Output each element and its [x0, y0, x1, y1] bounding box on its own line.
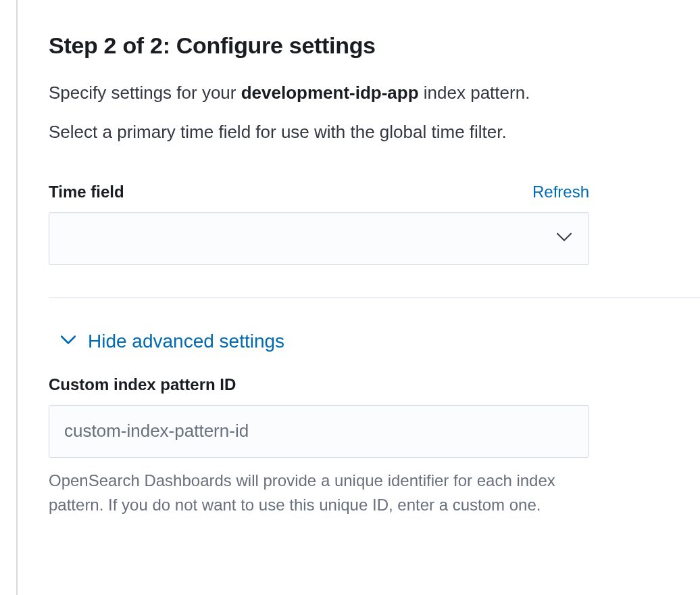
custom-index-id-input[interactable] [49, 405, 589, 458]
section-divider [49, 298, 700, 298]
custom-index-id-wrapper [49, 405, 589, 458]
description-prefix: Specify settings for your [49, 82, 241, 103]
time-field-row: Time field Refresh [49, 183, 589, 201]
description-suffix: index pattern. [419, 82, 530, 103]
time-field-label: Time field [49, 183, 124, 201]
advanced-settings-label: Hide advanced settings [88, 331, 284, 352]
chevron-down-icon [61, 335, 76, 348]
refresh-button[interactable]: Refresh [532, 183, 589, 201]
page-title: Step 2 of 2: Configure settings [49, 32, 700, 59]
configure-settings-panel: Step 2 of 2: Configure settings Specify … [0, 0, 700, 517]
time-field-instruction: Select a primary time field for use with… [49, 120, 700, 144]
left-border [16, 0, 18, 595]
index-pattern-name: development-idp-app [241, 82, 419, 103]
settings-description: Specify settings for your development-id… [49, 80, 700, 105]
time-field-select-wrapper [49, 212, 589, 265]
advanced-settings-toggle[interactable]: Hide advanced settings [49, 331, 700, 352]
custom-index-id-label: Custom index pattern ID [49, 375, 700, 394]
custom-index-id-help: OpenSearch Dashboards will provide a uni… [49, 469, 589, 517]
time-field-select[interactable] [49, 212, 589, 265]
